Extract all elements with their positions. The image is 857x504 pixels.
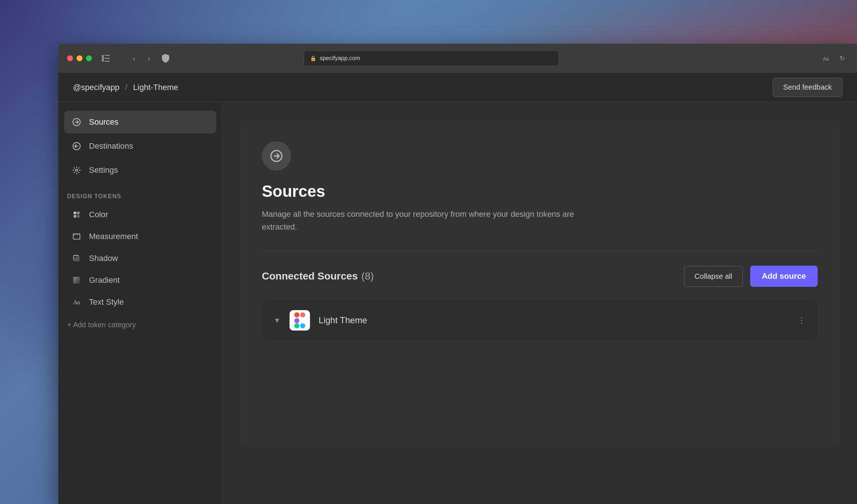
url-bar[interactable]: 🔒 specifyapp.com [304,50,559,66]
gradient-label: Gradient [89,276,120,285]
settings-icon [71,166,82,174]
close-button[interactable] [67,55,73,61]
sidebar-nav-section: Sources Destinations [58,111,222,183]
breadcrumb: @specifyapp / Light-Theme [73,83,178,92]
lock-icon: 🔒 [310,55,316,61]
svg-rect-3 [105,61,110,62]
svg-rect-19 [300,312,305,317]
svg-rect-2 [105,58,110,59]
send-feedback-button[interactable]: Send feedback [773,78,842,97]
browser-actions: Aa ↻ [821,52,848,64]
svg-point-7 [75,169,78,171]
minimize-button[interactable] [77,55,82,61]
svg-rect-9 [77,212,80,214]
svg-rect-20 [294,318,299,323]
source-chevron-icon[interactable]: ▼ [274,316,281,325]
main-content: Sources Manage all the sources connected… [222,102,857,504]
breadcrumb-separator: / [125,83,128,91]
sources-divider [262,251,818,251]
url-text: specifyapp.com [320,55,360,62]
design-tokens-section-label: DESIGN TOKENS [58,186,222,204]
sidebar-item-gradient[interactable]: Gradient [64,270,216,291]
color-icon [71,211,82,219]
sidebar-item-measurement[interactable]: Measurement [64,226,216,247]
svg-rect-12 [73,234,80,239]
shadow-icon [71,254,82,262]
shadow-label: Shadow [89,254,118,263]
svg-rect-10 [74,215,76,218]
sources-panel-icon [262,141,291,171]
svg-rect-15 [73,277,80,284]
add-source-button[interactable]: Add source [750,266,818,287]
traffic-lights [67,55,92,61]
svg-rect-8 [74,212,76,214]
sources-actions: Collapse all Add source [684,266,818,287]
sources-panel: Sources Manage all the sources connected… [240,120,839,448]
sidebar-item-settings[interactable]: Settings [64,159,216,181]
svg-rect-1 [105,55,110,56]
connected-sources-header: Connected Sources (8) Collapse all Add s… [262,266,818,287]
translate-icon[interactable]: Aa [821,52,832,64]
sidebar-item-destinations[interactable]: Destinations [64,135,216,157]
sources-icon [71,118,82,126]
color-label: Color [89,210,108,219]
text-style-label: Text Style [89,297,124,307]
back-button[interactable]: ‹ [128,52,140,64]
measurement-label: Measurement [89,232,138,241]
gradient-icon [71,276,82,284]
reload-button[interactable]: ↻ [837,52,848,64]
source-name-light-theme: Light Theme [319,315,788,325]
sidebar-toggle-icon[interactable] [99,52,112,65]
maximize-button[interactable] [86,55,92,61]
svg-rect-21 [294,323,299,328]
add-token-category-button[interactable]: + Add token category [58,313,222,336]
connected-sources-title: Connected Sources (8) [262,270,374,282]
browser-window: ‹ › 🔒 specifyapp.com Aa ↻ @specifyapp / [58,44,857,504]
text-style-icon: Aa [71,298,82,306]
source-more-icon[interactable]: ⋮ [797,315,806,325]
breadcrumb-page: Light-Theme [133,83,178,92]
sources-label: Sources [89,117,119,127]
svg-point-22 [300,323,305,328]
svg-text:Aa: Aa [73,299,80,306]
svg-rect-14 [75,257,80,261]
app-layout: Sources Destinations [58,102,857,504]
source-logo-figma [290,310,310,331]
svg-rect-0 [102,55,104,62]
forward-button[interactable]: › [143,52,155,64]
sidebar-item-color[interactable]: Color [64,204,216,225]
connected-sources-count: (8) [361,270,374,282]
browser-titlebar: ‹ › 🔒 specifyapp.com Aa ↻ [58,44,857,73]
settings-label: Settings [89,165,118,175]
sidebar-item-text-style[interactable]: Aa Text Style [64,292,216,313]
collapse-all-button[interactable]: Collapse all [684,266,743,287]
svg-text:Aa: Aa [823,56,829,62]
svg-rect-11 [77,215,80,218]
measurement-icon [71,233,82,241]
connected-sources-label: Connected Sources [262,270,358,282]
sources-panel-description: Manage all the sources connected to your… [262,208,590,233]
destinations-label: Destinations [89,141,133,151]
top-bar: @specifyapp / Light-Theme Send feedback [58,73,857,102]
sidebar-item-shadow[interactable]: Shadow [64,248,216,269]
sources-panel-title: Sources [262,182,818,200]
breadcrumb-org: @specifyapp [73,83,120,92]
design-tokens-section: Color Measurement [58,204,222,313]
sidebar: Sources Destinations [58,102,222,504]
svg-rect-18 [294,312,299,317]
shield-icon [162,54,169,63]
destinations-icon [71,142,82,151]
source-item-light-theme: ▼ Light Theme ⋮ [262,300,818,341]
browser-nav-controls: ‹ › [128,52,155,64]
sidebar-item-sources[interactable]: Sources [64,111,216,133]
